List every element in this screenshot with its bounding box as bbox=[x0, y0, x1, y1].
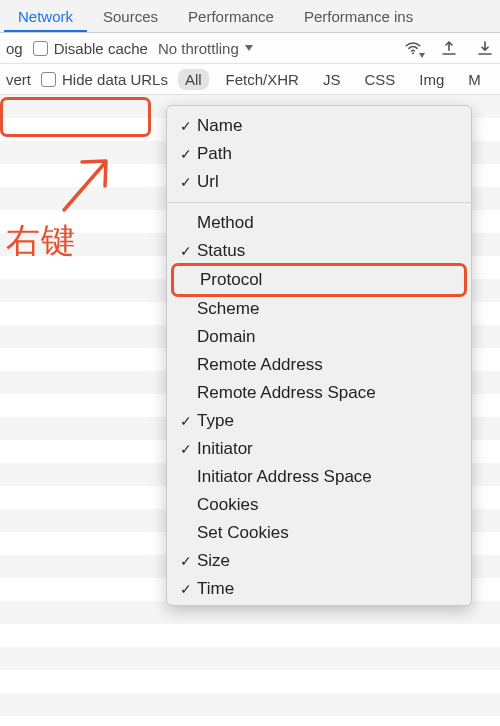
context-menu-item-label: Method bbox=[197, 213, 254, 233]
svg-point-0 bbox=[412, 52, 414, 54]
context-menu-item-label: Remote Address Space bbox=[197, 383, 376, 403]
filter-media-fragment[interactable]: M bbox=[461, 69, 488, 90]
check-icon: ✓ bbox=[175, 118, 197, 134]
upload-har-button[interactable] bbox=[440, 39, 458, 57]
filter-js[interactable]: JS bbox=[316, 69, 348, 90]
tab-performance[interactable]: Performance bbox=[174, 1, 288, 31]
upload-icon bbox=[440, 39, 458, 57]
context-menu-item[interactable]: Scheme bbox=[167, 295, 471, 323]
network-conditions-button[interactable] bbox=[404, 39, 422, 57]
filter-css[interactable]: CSS bbox=[357, 69, 402, 90]
column-header-context-menu: ✓Name✓Path✓UrlMethod✓StatusProtocolSchem… bbox=[166, 105, 472, 606]
disable-cache-label: Disable cache bbox=[54, 40, 148, 57]
context-menu-item[interactable]: Remote Address Space bbox=[167, 379, 471, 407]
check-icon: ✓ bbox=[175, 146, 197, 162]
hide-data-urls-label: Hide data URLs bbox=[62, 71, 168, 88]
network-toolbar: og Disable cache No throttling bbox=[0, 33, 500, 64]
check-icon: ✓ bbox=[175, 413, 197, 429]
check-icon: ✓ bbox=[175, 243, 197, 259]
disable-cache-checkbox[interactable]: Disable cache bbox=[33, 40, 148, 57]
context-menu-item[interactable]: ✓Name bbox=[167, 112, 471, 140]
devtools-tab-bar: Network Sources Performance Performance … bbox=[0, 0, 500, 33]
filter-fetch-xhr[interactable]: Fetch/XHR bbox=[219, 69, 306, 90]
gear-sub-icon bbox=[419, 53, 425, 58]
context-menu-item[interactable]: Method bbox=[167, 209, 471, 237]
throttling-label: No throttling bbox=[158, 40, 239, 57]
filter-all[interactable]: All bbox=[178, 69, 209, 90]
context-menu-item[interactable]: ✓Status bbox=[167, 237, 471, 265]
hide-data-urls-input[interactable] bbox=[41, 72, 56, 87]
check-icon: ✓ bbox=[175, 174, 197, 190]
context-menu-item[interactable]: Protocol bbox=[171, 263, 467, 297]
context-menu-item-label: Initiator bbox=[197, 439, 253, 459]
preserve-log-label-fragment: og bbox=[6, 40, 23, 57]
tab-sources[interactable]: Sources bbox=[89, 1, 172, 31]
context-menu-item[interactable]: ✓Initiator bbox=[167, 435, 471, 463]
context-menu-item[interactable]: ✓Size bbox=[167, 547, 471, 575]
context-menu-separator bbox=[167, 202, 471, 203]
context-menu-item-label: Protocol bbox=[200, 270, 262, 290]
check-icon: ✓ bbox=[175, 441, 197, 457]
check-icon: ✓ bbox=[175, 553, 197, 569]
tab-performance-insights[interactable]: Performance ins bbox=[290, 1, 427, 31]
context-menu-item-label: Set Cookies bbox=[197, 523, 289, 543]
context-menu-item[interactable]: Remote Address bbox=[167, 351, 471, 379]
context-menu-item-label: Path bbox=[197, 144, 232, 164]
context-menu-item-label: Time bbox=[197, 579, 234, 599]
context-menu-item-label: Cookies bbox=[197, 495, 258, 515]
disable-cache-input[interactable] bbox=[33, 41, 48, 56]
context-menu-item-label: Type bbox=[197, 411, 234, 431]
filter-img[interactable]: Img bbox=[412, 69, 451, 90]
annotation-text: 右键 bbox=[6, 218, 76, 264]
download-har-button[interactable] bbox=[476, 39, 494, 57]
context-menu-item-label: Remote Address bbox=[197, 355, 323, 375]
context-menu-item[interactable]: ✓Time bbox=[167, 575, 471, 603]
context-menu-item-label: Url bbox=[197, 172, 219, 192]
context-menu-item[interactable]: Initiator Address Space bbox=[167, 463, 471, 491]
context-menu-item-label: Name bbox=[197, 116, 242, 136]
context-menu-item-label: Initiator Address Space bbox=[197, 467, 372, 487]
context-menu-item[interactable]: Set Cookies bbox=[167, 519, 471, 547]
context-menu-item-label: Domain bbox=[197, 327, 256, 347]
context-menu-item[interactable]: Domain bbox=[167, 323, 471, 351]
context-menu-item-label: Size bbox=[197, 551, 230, 571]
throttling-select[interactable]: No throttling bbox=[158, 40, 253, 57]
context-menu-item-label: Status bbox=[197, 241, 245, 261]
invert-label-fragment: vert bbox=[6, 71, 31, 88]
download-icon bbox=[476, 39, 494, 57]
context-menu-item[interactable]: ✓Url bbox=[167, 168, 471, 196]
context-menu-item[interactable]: ✓Path bbox=[167, 140, 471, 168]
context-menu-item[interactable]: ✓Type bbox=[167, 407, 471, 435]
chevron-down-icon bbox=[245, 45, 253, 51]
context-menu-item[interactable]: Cookies bbox=[167, 491, 471, 519]
check-icon: ✓ bbox=[175, 581, 197, 597]
tab-network[interactable]: Network bbox=[4, 1, 87, 32]
context-menu-item-label: Scheme bbox=[197, 299, 259, 319]
network-filter-bar: vert Hide data URLs All Fetch/XHR JS CSS… bbox=[0, 64, 500, 95]
hide-data-urls-checkbox[interactable]: Hide data URLs bbox=[41, 71, 168, 88]
